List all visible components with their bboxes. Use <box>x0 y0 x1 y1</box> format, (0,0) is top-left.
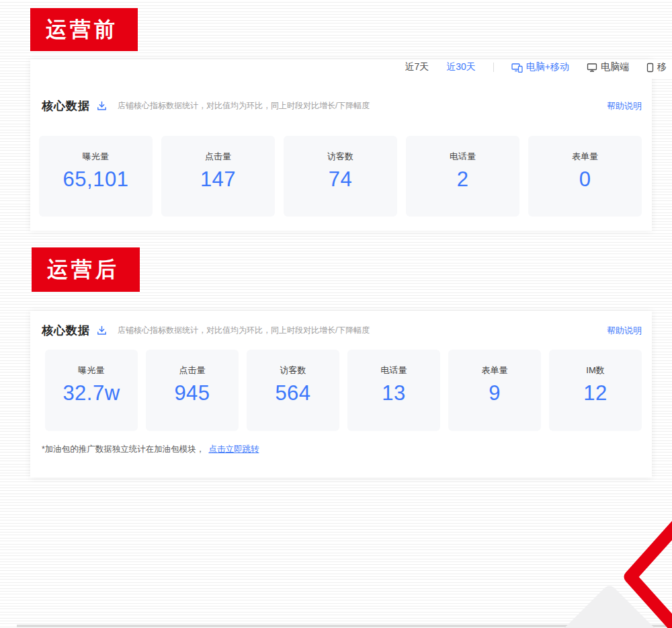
metric-tile: 表单量 9 <box>448 350 541 431</box>
panel-title: 核心数据 <box>42 323 90 338</box>
section-badge-before: 运营前 <box>30 8 138 51</box>
footnote: *加油包的推广数据独立统计在加油包模块， 点击立即跳转 <box>42 444 259 455</box>
panel-description: 店铺核心指标数据统计，对比值均为环比，同上时段对比增长/下降幅度 <box>118 100 370 112</box>
metric-label: IM数 <box>549 350 642 377</box>
footnote-jump-link[interactable]: 点击立即跳转 <box>208 444 259 455</box>
metric-label: 曝光量 <box>39 136 153 163</box>
metric-tile: 电话量 2 <box>406 136 519 217</box>
help-link[interactable]: 帮助说明 <box>607 325 642 337</box>
section-badge-after-label: 运营后 <box>47 256 120 284</box>
monitor-icon <box>587 63 597 73</box>
metric-tile: 访客数 564 <box>247 350 339 431</box>
metric-tile: IM数 12 <box>549 350 642 431</box>
metric-value: 147 <box>161 167 275 192</box>
metric-label: 电话量 <box>406 136 519 163</box>
download-icon[interactable] <box>97 101 107 111</box>
core-data-panel-before: 近7天 近30天 电脑+移动 <box>30 59 652 231</box>
metric-tile: 表单量 0 <box>528 136 642 217</box>
download-icon[interactable] <box>97 325 107 336</box>
metric-label: 表单量 <box>448 350 541 377</box>
metric-label: 点击量 <box>146 350 239 377</box>
metric-tile: 点击量 945 <box>146 350 239 431</box>
core-data-panel-after: 核心数据 店铺核心指标数据统计，对比值均为环比，同上时段对比增长/下降幅度 帮助… <box>30 311 652 477</box>
metric-value: 74 <box>284 167 397 192</box>
metric-label: 访客数 <box>284 136 397 163</box>
panel-title: 核心数据 <box>42 98 90 114</box>
metric-tile: 点击量 147 <box>161 136 275 217</box>
tab-last-7-days[interactable]: 近7天 <box>405 61 429 73</box>
metric-tile: 曝光量 32.7w <box>45 350 138 431</box>
section-badge-before-label: 运营前 <box>46 15 118 44</box>
date-device-toolbar: 近7天 近30天 电脑+移动 <box>30 59 672 79</box>
panel-header-before: 核心数据 店铺核心指标数据统计，对比值均为环比，同上时段对比增长/下降幅度 帮助… <box>42 98 642 114</box>
monitor-phone-icon <box>511 63 523 73</box>
page: 运营前 近7天 近30天 电脑+移动 <box>0 0 672 628</box>
red-chevron-decoration <box>591 518 672 628</box>
metric-label: 电话量 <box>347 350 440 377</box>
metric-value: 13 <box>347 381 440 405</box>
metric-value: 32.7w <box>45 381 138 405</box>
footnote-text: *加油包的推广数据独立统计在加油包模块， <box>42 444 204 455</box>
metric-value: 564 <box>247 381 339 405</box>
metric-tile: 电话量 13 <box>347 350 440 431</box>
section-badge-after: 运营后 <box>32 247 140 292</box>
metric-value: 65,101 <box>39 167 153 192</box>
help-link[interactable]: 帮助说明 <box>607 100 642 112</box>
metric-tiles-after: 曝光量 32.7w 点击量 945 访客数 564 电话量 13 <box>45 350 642 431</box>
metric-label: 访客数 <box>247 350 339 377</box>
metric-tile: 曝光量 65,101 <box>39 136 153 217</box>
metric-value: 12 <box>549 381 642 405</box>
metric-value: 2 <box>406 167 519 192</box>
panel-header-after: 核心数据 店铺核心指标数据统计，对比值均为环比，同上时段对比增长/下降幅度 帮助… <box>42 323 642 338</box>
metric-value: 0 <box>528 167 642 192</box>
metric-label: 表单量 <box>528 136 642 163</box>
toolbar-divider <box>493 63 494 72</box>
metric-tile: 访客数 74 <box>284 136 397 217</box>
panel-description: 店铺核心指标数据统计，对比值均为环比，同上时段对比增长/下降幅度 <box>118 325 370 336</box>
phone-icon <box>646 63 654 73</box>
metric-value: 9 <box>448 381 541 405</box>
metric-label: 曝光量 <box>45 350 138 377</box>
metric-value: 945 <box>146 381 239 405</box>
tab-last-30-days[interactable]: 近30天 <box>446 61 476 73</box>
device-toggle-pc-mobile[interactable]: 电脑+移动 <box>511 61 569 73</box>
metric-tiles-before: 曝光量 65,101 点击量 147 访客数 74 电话量 2 <box>39 136 642 217</box>
device-toggle-pc[interactable]: 电脑端 <box>587 61 629 73</box>
device-toggle-mobile[interactable]: 移 <box>646 61 667 73</box>
metric-label: 点击量 <box>161 136 275 163</box>
